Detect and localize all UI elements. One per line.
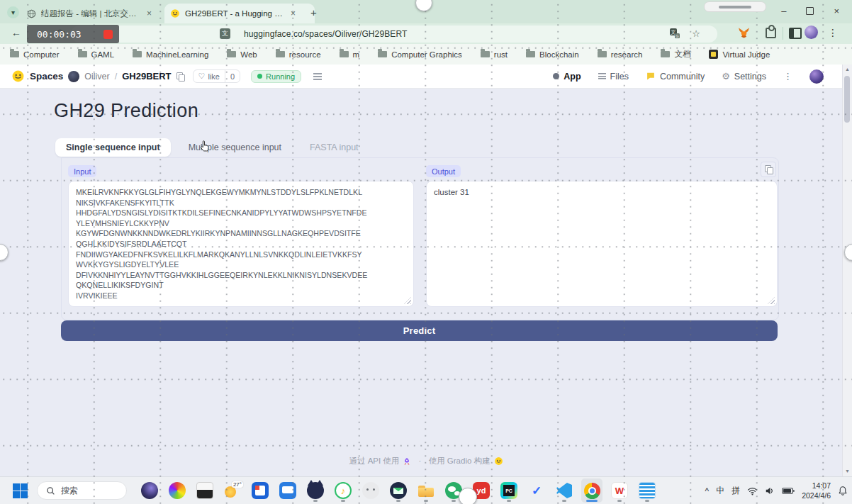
translate-icon[interactable]: 文G xyxy=(669,28,680,41)
owner-name[interactable]: Oiliver xyxy=(84,72,109,82)
folder-icon xyxy=(276,51,285,57)
minimize-button[interactable]: – xyxy=(781,6,786,16)
nav-tab-app[interactable]: App xyxy=(553,72,581,82)
copy-space-name-icon[interactable] xyxy=(176,72,184,81)
scroll-up-icon[interactable]: ▲ xyxy=(843,67,852,72)
header-more-icon[interactable]: ⋮ xyxy=(783,71,792,82)
api-link[interactable]: 通过 API 使用 xyxy=(349,456,411,466)
address-bar[interactable]: 文 huggingface.co/spaces/Oiliver/GH29BERT… xyxy=(71,26,717,43)
recorder-handle-bottom[interactable] xyxy=(459,488,477,504)
gear-icon: ⚙ xyxy=(722,71,730,82)
status-badge[interactable]: Running xyxy=(251,70,301,83)
wps-icon[interactable]: W xyxy=(609,478,630,503)
bookmark-star-icon[interactable]: ☆ xyxy=(692,28,700,39)
owner-avatar[interactable] xyxy=(68,71,79,82)
start-button[interactable] xyxy=(13,483,28,498)
taskbar-search[interactable]: 搜索 xyxy=(37,481,127,500)
store-app-icon[interactable] xyxy=(250,478,271,503)
speaker-icon[interactable] xyxy=(765,486,775,495)
folder-icon xyxy=(340,51,349,57)
space-name[interactable]: GH29BERT xyxy=(122,71,171,82)
bookmark-folder[interactable]: research xyxy=(598,50,643,59)
ticktick-icon[interactable]: ✓ xyxy=(526,478,547,503)
tab-close-icon[interactable]: × xyxy=(291,9,296,18)
user-avatar[interactable] xyxy=(809,69,824,84)
widgets-icon[interactable] xyxy=(139,478,160,503)
bookmark-folder[interactable]: Computer xyxy=(10,50,60,59)
copy-output-button[interactable] xyxy=(761,162,776,177)
battery-icon[interactable] xyxy=(782,487,795,495)
bookmark-folder[interactable]: Web xyxy=(227,50,257,59)
browser-menu-icon[interactable]: ⋮ xyxy=(828,27,838,38)
space-options-icon[interactable] xyxy=(313,73,322,80)
tab-multiple-sequence[interactable]: Multiple sequence input xyxy=(178,138,292,157)
tab-close-icon[interactable]: × xyxy=(147,9,152,18)
netdisk-app-icon[interactable] xyxy=(277,478,298,503)
bookmark-folder[interactable]: Blockchain xyxy=(526,50,579,59)
bookmark-virtual-judge[interactable]: Virtual Judge xyxy=(709,50,770,59)
tab-fasta[interactable]: FASTA input xyxy=(299,138,369,157)
globe-favicon xyxy=(27,9,36,18)
photos-app-icon[interactable] xyxy=(194,478,215,503)
bookmark-folder[interactable]: 文档 xyxy=(661,49,690,60)
nav-tab-settings[interactable]: ⚙Settings xyxy=(722,71,766,82)
qq-music-icon[interactable]: ♪ xyxy=(332,478,354,503)
spaces-brand[interactable]: Spaces xyxy=(30,71,63,82)
chrome-icon[interactable] xyxy=(581,478,602,503)
extensions-puzzle-icon[interactable] xyxy=(766,28,776,38)
input-label: Input xyxy=(68,165,96,177)
vscode-icon[interactable] xyxy=(554,478,575,503)
huggingface-favicon xyxy=(170,9,180,18)
bookmark-folder[interactable]: GAML xyxy=(78,50,115,59)
ime-mode[interactable]: 拼 xyxy=(732,485,740,497)
back-icon[interactable]: ← xyxy=(11,27,21,38)
nav-tab-community[interactable]: Community xyxy=(646,72,705,82)
new-tab-button[interactable]: + xyxy=(310,6,317,18)
toolbar-divider xyxy=(783,27,783,40)
app-icon xyxy=(553,73,559,79)
scrollbar-thumb[interactable] xyxy=(844,76,850,123)
weather-widget-icon[interactable]: 27° xyxy=(222,478,243,503)
close-button[interactable]: × xyxy=(834,6,839,16)
ime-language[interactable]: 中 xyxy=(716,485,724,497)
community-bubble-icon xyxy=(646,72,656,81)
tray-expand-icon[interactable]: ^ xyxy=(705,486,709,496)
recorder-drag-handle[interactable] xyxy=(704,1,766,12)
gradio-link[interactable]: 使用 Gradio 构建 xyxy=(429,456,503,466)
profile-avatar[interactable] xyxy=(805,26,818,39)
bookmark-folder[interactable]: MachineLearning xyxy=(133,50,208,59)
url-text[interactable]: huggingface.co/spaces/Oiliver/GH29BERT xyxy=(244,29,407,39)
bookmark-folder[interactable]: m xyxy=(340,50,360,59)
folder-icon xyxy=(378,51,387,57)
bookmark-folder[interactable]: rust xyxy=(481,50,508,59)
browser-tab-1[interactable]: 结题报告 - 编辑 | 北京交通大学 × xyxy=(21,4,167,23)
nav-tab-files[interactable]: Files xyxy=(598,72,629,82)
sequence-input-textarea[interactable]: MKEILRVKNFKKYGLGLFIHYGLYNQLEKGEWYMKMYNLS… xyxy=(68,181,414,307)
scroll-down-icon[interactable]: ▲ xyxy=(843,469,852,474)
page-scrollbar[interactable]: ▲ ▲ xyxy=(842,65,852,476)
notification-bell-icon[interactable] xyxy=(838,486,848,496)
color-wheel-app-icon[interactable] xyxy=(167,478,188,503)
cat-app-icon[interactable] xyxy=(305,478,326,503)
side-panel-icon[interactable] xyxy=(789,28,802,39)
browser-tab-2-active[interactable]: GH29BERT - a Hugging Face × xyxy=(164,4,315,23)
predict-button[interactable]: Predict xyxy=(61,320,778,341)
wifi-icon[interactable] xyxy=(747,487,758,495)
tab-search-icon[interactable]: ▾ xyxy=(7,6,19,18)
notes-app-icon[interactable] xyxy=(637,478,658,503)
mail-app-icon[interactable] xyxy=(388,478,409,503)
bookmark-folder[interactable]: resource xyxy=(276,50,321,59)
maximize-button[interactable] xyxy=(806,7,814,15)
screen-recorder-timer: 00:00:03 xyxy=(27,25,119,43)
clock[interactable]: 14:07 2024/4/6 xyxy=(802,481,831,500)
file-explorer-icon[interactable] xyxy=(415,478,437,503)
tray-time: 14:07 xyxy=(812,481,831,490)
pycharm-icon[interactable]: PC xyxy=(498,478,520,503)
metamask-fox-icon[interactable] xyxy=(737,26,751,42)
tab-single-sequence[interactable]: Single sequence input xyxy=(55,138,171,157)
site-info-icon[interactable]: 文 xyxy=(220,28,230,39)
bookmark-folder[interactable]: Computer Graphics xyxy=(378,50,462,59)
like-widget[interactable]: ♡like 0 xyxy=(193,69,241,83)
round-face-app-icon[interactable] xyxy=(360,478,381,503)
recording-stop-button[interactable] xyxy=(103,30,113,39)
